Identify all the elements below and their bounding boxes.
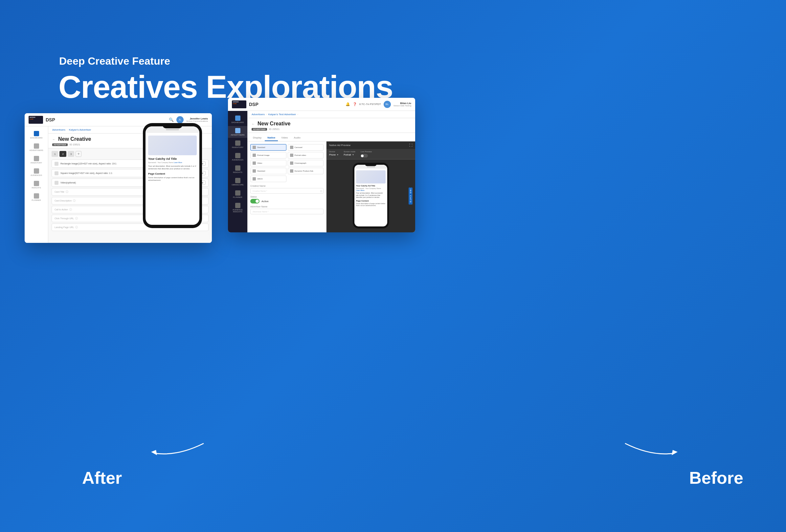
before-ad-desc: Your ad description. Most successful ads… <box>356 192 386 198</box>
sidebar-item-inventory-b[interactable]: INVENTORY <box>228 139 247 150</box>
device-label: Device <box>329 151 338 153</box>
advertiser-name-label: Advertiser Name <box>250 205 324 208</box>
device-value: Phone <box>329 153 336 156</box>
format-dynamic-product-ads[interactable]: Dynamic Product Ads <box>288 168 324 174</box>
page-subtitle: Deep Creative Feature <box>59 55 170 67</box>
after-screenshot: verizon media DSP 🔍 JL Jennifer Lewis Ve… <box>25 113 212 243</box>
sidebar-item-planner-b[interactable]: PLANNER <box>228 188 247 200</box>
arrow-before <box>619 437 684 463</box>
expand-icon[interactable]: ⛶ <box>409 143 413 147</box>
dsp-title-after: DSP <box>46 117 55 122</box>
active-status-text: Active <box>261 200 269 203</box>
sidebar-item-insights[interactable]: INSIGHTS <box>25 179 48 191</box>
sidebar-item-audiences[interactable]: AUDIENCES <box>25 166 48 178</box>
status-toggle[interactable] <box>250 199 259 203</box>
ins-cats-badge: INS CATS <box>409 187 413 204</box>
add-tab-btn[interactable]: + <box>75 151 82 157</box>
screen-mode-value: Portrait <box>344 153 351 156</box>
id-label-b: ID 23521 <box>269 128 279 130</box>
before-page-text: Some description of page content below t… <box>356 202 386 207</box>
screen-mode-label: Screen mode <box>344 151 355 153</box>
live-preview-label: Live Preview <box>361 151 372 153</box>
svg-marker-0 <box>151 450 157 455</box>
format-grid: Standard Carousel Portrait Image Po <box>250 144 324 182</box>
before-ad-title: Your Catchy Ad Title <box>356 185 386 187</box>
ad-title: Your Catchy Ad Title <box>148 157 197 161</box>
label-after: After <box>82 468 122 488</box>
image-icon-2 <box>54 171 59 175</box>
format-cinemagraph[interactable]: Cinemagraph <box>288 160 324 166</box>
sidebar-item-planner[interactable]: PLANNER <box>25 191 48 203</box>
image-icon-1 <box>54 162 59 166</box>
ad-description: Your ad description. Most successful ads… <box>148 165 197 170</box>
video-icon <box>54 181 59 185</box>
native-preview-header: Native Ad Preview ⛶ <box>326 142 415 149</box>
sidebar-item-inventory[interactable]: INVENTORY <box>25 154 48 166</box>
id-label: ID 23521 <box>70 143 80 146</box>
bell-icon: 🔔 <box>346 102 350 106</box>
sidebar-item-audience-insights-b[interactable]: AUDIENCE INSIGHTS <box>228 201 247 215</box>
sidebar-item-audiences-b[interactable]: AUDIENCES <box>228 151 247 163</box>
before-page-content: Page Content <box>356 200 386 202</box>
tab-video[interactable]: Video <box>279 135 291 141</box>
dsp-logo-before: verizon media <box>232 100 246 108</box>
tab-3[interactable]: 3 <box>68 151 74 157</box>
help-icon: ❓ <box>353 102 357 106</box>
tab-1[interactable]: 1 <box>51 151 58 157</box>
format-xbox[interactable]: XBOX <box>250 175 286 182</box>
svg-marker-1 <box>672 450 678 455</box>
advertiser-badge: ADVERTISER <box>52 143 68 146</box>
tab-native[interactable]: Native <box>265 135 278 141</box>
format-portrait-video[interactable]: Portrait video <box>288 152 324 159</box>
search-icon: 🔍 <box>169 118 174 122</box>
tab-2[interactable]: 2 <box>60 151 66 157</box>
status-label-b: Status <box>250 196 324 198</box>
sidebar-after: DASHBOARD ADVERTISERS INVENTORY AUDIENCE… <box>25 126 48 243</box>
breadcrumb-before: Advertisers › Kalyan's Test Advertiser › <box>248 111 415 118</box>
sidebar-item-advertisers-b[interactable]: ADVERTISERS <box>228 126 247 138</box>
sidebar-item-dashboard-b[interactable]: DASHBOARD <box>228 114 247 125</box>
dsp-title-before: DSP <box>249 102 258 107</box>
creative-name-label: Creative Name <box>250 185 324 187</box>
format-carousel[interactable]: Carousel <box>288 144 324 151</box>
page-content-title: Page Content <box>148 172 197 175</box>
page-content-text: Some description of page content below t… <box>148 176 197 182</box>
arrow-after <box>144 437 210 463</box>
format-video[interactable]: Video <box>250 160 286 166</box>
status-section: Status Active <box>250 196 324 203</box>
user-info-before: Bilan Liu Verizon E&E Testing <box>393 102 411 107</box>
before-screenshot: verizon media DSP 🔔 ❓ 6:TC-7π·PST/PDT BL… <box>228 98 415 232</box>
page-title-before: New Creative <box>257 121 291 127</box>
tab-audio[interactable]: Audio <box>291 135 303 141</box>
page-title-after: New Creative <box>58 136 91 142</box>
user-info-after: Jennifer Lewis Verizon Communications <box>186 117 208 122</box>
format-standard[interactable]: Standard <box>250 144 286 151</box>
sidebar-item-dashboard[interactable]: DASHBOARD <box>25 129 48 141</box>
format-tabs: Display Native Video Audio <box>248 133 415 142</box>
sidebar-item-omniscope-b[interactable]: OMNISCOPE <box>228 176 247 188</box>
format-sponsored-mail[interactable]: Standard <box>250 168 286 174</box>
label-before: Before <box>689 468 743 488</box>
tab-display[interactable]: Display <box>250 135 264 141</box>
avatar-before: BL <box>384 101 391 108</box>
sidebar-item-insights-b[interactable]: INSIGHTS <box>228 164 247 175</box>
sidebar-item-advertisers[interactable]: ADVERTISERS <box>25 142 48 153</box>
sidebar-before: DASHBOARD ADVERTISERS INVENTORY AUDIENCE… <box>228 111 248 232</box>
advertiser-badge-b: ADVERTISER <box>252 128 267 130</box>
avatar-after: JL <box>177 116 184 123</box>
phone-mockup-after: Your Catchy Ad Title Sponsored · Your Co… <box>143 123 202 228</box>
dsp-logo: verizon media <box>28 116 43 124</box>
format-portrait-image[interactable]: Portrait Image <box>250 152 286 159</box>
